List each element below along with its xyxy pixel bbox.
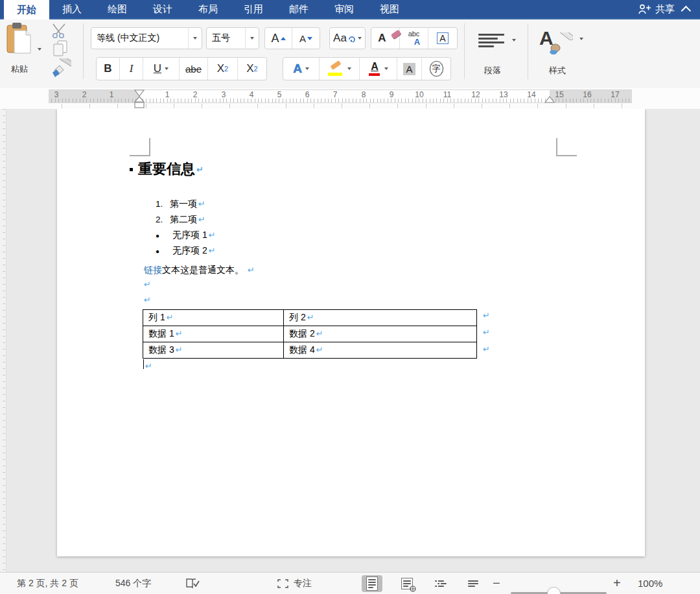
underline-button[interactable]: U [143, 58, 180, 80]
vertical-ruler [0, 109, 6, 572]
zoom-slider[interactable] [511, 582, 607, 594]
shrink-font-arrow-icon [307, 37, 312, 40]
cell-text: 数据 4 [289, 344, 315, 355]
zoom-out-button[interactable]: − [493, 573, 500, 594]
strikethrough-button[interactable]: abe [180, 58, 208, 80]
cell-text: 数据 3 [148, 344, 174, 355]
eraser-icon [391, 30, 401, 40]
subscript-button[interactable]: X2 [208, 58, 238, 80]
document-page[interactable]: 重要信息 ↵ 1.第一项↵ 2.第二项↵ ●无序项 1↵ ●无序项 2↵ 链接文… [57, 109, 645, 556]
font-size-combo[interactable]: 五号 [206, 27, 259, 49]
paragraph-menu-button[interactable] [478, 34, 507, 47]
bold-button[interactable]: B [97, 58, 120, 80]
font-misc-group: A abc A A [371, 27, 458, 49]
copy-button[interactable] [52, 40, 69, 60]
text-effects-button[interactable]: A [283, 58, 320, 80]
copy-icon [52, 40, 69, 57]
tab-draw[interactable]: 绘图 [95, 0, 140, 18]
cut-button[interactable] [51, 23, 70, 42]
phonetic-guide-button[interactable]: abc A [400, 28, 428, 49]
highlight-button[interactable] [320, 58, 360, 80]
numbered-item: 2.第二项↵ [156, 214, 205, 226]
clipboard-icon [5, 22, 32, 56]
bulleted-item: ●无序项 1↵ [156, 230, 216, 241]
superscript-button[interactable]: X2 [238, 58, 266, 80]
tab-review[interactable]: 审阅 [321, 0, 367, 18]
tab-design[interactable]: 设计 [140, 0, 185, 18]
font-name-combo[interactable]: 等线 (中文正文) [91, 27, 202, 49]
italic-button[interactable]: I [120, 58, 143, 80]
print-layout-view-button[interactable] [362, 575, 382, 592]
status-bar: 第 2 页, 共 2 页 546 个字 专注 [0, 572, 700, 594]
page-number-status[interactable]: 第 2 页, 共 2 页 [17, 573, 78, 594]
heading-bullet-icon [130, 168, 133, 171]
table-row-end-marks: ↵ ↵ ↵ [482, 311, 490, 354]
paste-dropdown-arrow[interactable] [38, 48, 41, 51]
numbered-item: 1.第一项↵ [156, 198, 205, 210]
font-color-button[interactable]: A [360, 58, 397, 80]
font-size-dropdown-arrow[interactable] [245, 28, 259, 49]
clear-formatting-button[interactable]: A [371, 28, 400, 49]
tab-mailings[interactable]: 邮件 [276, 0, 321, 18]
horizontal-ruler[interactable]: 3 2 1 1 2 3 4 5 6 7 8 9 10 11 12 13 14 1… [49, 89, 632, 103]
web-layout-icon [401, 578, 413, 589]
tab-view[interactable]: 视图 [367, 0, 412, 18]
zoom-slider-thumb[interactable] [547, 587, 561, 594]
empty-paragraph: ↵ [144, 295, 151, 305]
word-count-status[interactable]: 546 个字 [115, 573, 151, 594]
draft-view-button[interactable] [463, 575, 484, 592]
tab-home[interactable]: 开始 [4, 0, 49, 19]
character-border-button[interactable]: A [428, 28, 457, 49]
font-color-icon: A [368, 61, 381, 77]
zoom-in-button[interactable]: + [613, 573, 621, 594]
font-color-dropdown-arrow[interactable] [384, 67, 388, 70]
share-label: 共享 [655, 3, 675, 16]
font-size-value: 五号 [207, 32, 245, 44]
font-name-dropdown-arrow[interactable] [188, 28, 202, 49]
person-plus-icon [638, 4, 651, 14]
shrink-font-button[interactable]: A [292, 28, 320, 49]
paragraph-lines-icon [478, 34, 507, 47]
grow-font-button[interactable]: A [265, 28, 292, 49]
table-row: 列 1↵ 列 2↵ [143, 310, 477, 326]
scissors-icon [51, 23, 70, 39]
styles-dropdown-arrow[interactable] [579, 38, 583, 40]
proofing-book-icon [185, 578, 200, 589]
web-layout-view-button[interactable] [397, 575, 417, 592]
empty-paragraph: ↵ [144, 279, 151, 289]
highlighter-icon [327, 62, 344, 76]
outline-view-button[interactable] [430, 575, 451, 592]
indent-marker[interactable] [134, 89, 145, 109]
ruler-row: 3 2 1 1 2 3 4 5 6 7 8 9 10 11 12 13 14 1… [0, 88, 700, 109]
heading: 重要信息 ↵ [130, 160, 204, 179]
paste-button[interactable] [5, 22, 34, 58]
tab-references[interactable]: 引用 [231, 0, 276, 18]
format-painter-button[interactable] [49, 58, 71, 80]
change-case-button[interactable]: Aa [329, 27, 366, 49]
share-button[interactable]: 共享 [638, 3, 675, 16]
cell-text: 列 2 [289, 312, 306, 322]
paste-label: 粘贴 [4, 64, 35, 75]
styles-button[interactable]: A [539, 26, 576, 57]
draft-icon [468, 580, 478, 587]
proofing-status-button[interactable] [185, 573, 200, 594]
tab-layout[interactable]: 布局 [185, 0, 231, 18]
collapse-ribbon-icon[interactable] [681, 5, 692, 16]
grow-font-arrow-icon [281, 37, 286, 40]
document-table[interactable]: 列 1↵ 列 2↵ 数据 1↵ 数据 2↵ 数据 3↵ 数据 4↵ [143, 309, 477, 359]
print-layout-icon [366, 576, 378, 591]
format-painter-icon [49, 58, 71, 78]
document-canvas[interactable]: 重要信息 ↵ 1.第一项↵ 2.第二项↵ ●无序项 1↵ ●无序项 2↵ 链接文… [0, 109, 700, 572]
underline-dropdown-arrow[interactable] [165, 67, 169, 70]
focus-mode-button[interactable]: 专注 [277, 573, 312, 594]
outline-icon [435, 580, 447, 587]
character-shading-button[interactable]: A [397, 58, 422, 80]
enclose-characters-button[interactable]: 字 [422, 58, 450, 80]
tab-insert[interactable]: 插入 [49, 0, 95, 18]
hyperlink[interactable]: 链接 [144, 265, 162, 276]
paragraph-dropdown-arrow[interactable] [512, 39, 516, 42]
heading-text: 重要信息 [138, 160, 195, 179]
highlight-dropdown-arrow[interactable] [347, 67, 351, 70]
right-indent-marker[interactable] [544, 96, 555, 103]
zoom-level[interactable]: 100% [638, 573, 662, 594]
